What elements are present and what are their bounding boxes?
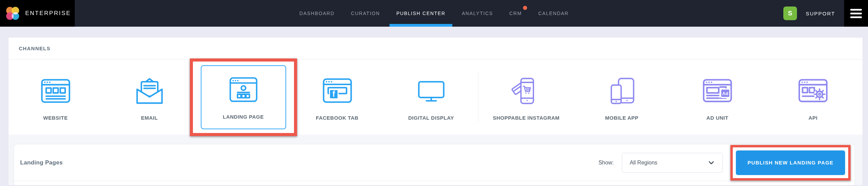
channel-label: API [809, 115, 818, 121]
nav-item-crm-label: CRM [509, 11, 522, 16]
topbar-right-group: S SUPPORT [783, 0, 868, 27]
annotation-box-publish-button: PUBLISH NEW LANDING PAGE [730, 145, 851, 181]
show-filter-label: Show: [599, 160, 614, 166]
main-nav: DASHBOARD CURATION PUBLISH CENTER ANALYT… [299, 0, 569, 27]
channel-api[interactable]: API [765, 74, 861, 121]
region-filter-dropdown[interactable]: All Regions [622, 153, 723, 173]
channel-email[interactable]: EMAIL [102, 74, 196, 121]
svg-text:Ad: Ad [722, 91, 728, 96]
channel-landing-page: LANDING PAGE [196, 58, 290, 136]
annotation-box-landing-page: LANDING PAGE [190, 58, 297, 136]
brand-home-link[interactable]: ENTERPRISE [0, 0, 75, 27]
brand-name: ENTERPRISE [25, 10, 71, 17]
channel-label: EMAIL [141, 115, 158, 121]
channel-label: WEBSITE [43, 115, 68, 121]
nav-item-calendar[interactable]: CALENDAR [538, 0, 569, 27]
landing-pages-section: Landing Pages Show: All Regions PUBLISH … [9, 135, 863, 185]
email-icon [133, 74, 166, 108]
user-avatar-badge[interactable]: S [783, 6, 797, 20]
channel-label: DIGITAL DISPLAY [408, 115, 454, 121]
channel-digital-display[interactable]: DIGITAL DISPLAY [384, 74, 478, 121]
channel-label: FACEBOOK TAB [316, 115, 359, 121]
hamburger-menu-icon[interactable] [844, 0, 868, 27]
channel-label: LANDING PAGE [223, 114, 264, 120]
card-header-controls: Show: All Regions PUBLISH NEW LANDING PA… [599, 145, 851, 181]
channel-landing-page-selected-card[interactable]: LANDING PAGE [201, 65, 286, 129]
notification-dot [523, 6, 527, 10]
api-icon [797, 74, 829, 108]
channels-section-title: CHANNELS [19, 45, 852, 51]
support-link[interactable]: SUPPORT [806, 11, 835, 16]
channels-row: WEBSITE EMAIL [9, 59, 863, 135]
landing-page-icon [228, 73, 259, 107]
channel-website[interactable]: WEBSITE [9, 74, 102, 121]
nav-item-dashboard[interactable]: DASHBOARD [299, 0, 335, 27]
channel-label: AD UNIT [706, 115, 728, 121]
nav-item-analytics[interactable]: ANALYTICS [462, 0, 493, 27]
channels-header: CHANNELS [9, 38, 863, 59]
brand-logo-icon [6, 7, 19, 20]
nav-item-crm[interactable]: CRM [509, 0, 522, 27]
channel-mobile-app[interactable]: MOBILE APP [574, 74, 670, 121]
svg-text:f: f [332, 90, 335, 98]
channel-label: MOBILE APP [605, 115, 639, 121]
website-icon [39, 74, 72, 108]
shoppable-instagram-icon [510, 74, 543, 108]
ad-unit-icon: Ad [701, 74, 734, 108]
publish-new-landing-page-button[interactable]: PUBLISH NEW LANDING PAGE [736, 150, 845, 175]
channel-shoppable-instagram[interactable]: SHOPPABLE INSTAGRAM [478, 74, 574, 121]
facebook-tab-icon: f [321, 74, 354, 108]
channel-label: SHOPPABLE INSTAGRAM [493, 115, 560, 121]
landing-pages-title: Landing Pages [20, 159, 63, 166]
nav-item-publish-center[interactable]: PUBLISH CENTER [396, 0, 446, 27]
chevron-down-icon [708, 159, 715, 167]
region-filter-value: All Regions [630, 160, 657, 166]
landing-pages-card-header: Landing Pages Show: All Regions PUBLISH … [14, 144, 855, 181]
mobile-app-icon [605, 74, 638, 108]
channel-facebook-tab[interactable]: f FACEBOOK TAB [290, 74, 384, 121]
channels-panel: CHANNELS WEBSITE [9, 38, 863, 135]
channel-ad-unit[interactable]: Ad AD UNIT [670, 74, 765, 121]
digital-display-icon [415, 74, 448, 108]
top-navigation-bar: ENTERPRISE DASHBOARD CURATION PUBLISH CE… [0, 0, 868, 27]
nav-item-curation[interactable]: CURATION [351, 0, 380, 27]
landing-pages-card: Landing Pages Show: All Regions PUBLISH … [14, 144, 855, 185]
